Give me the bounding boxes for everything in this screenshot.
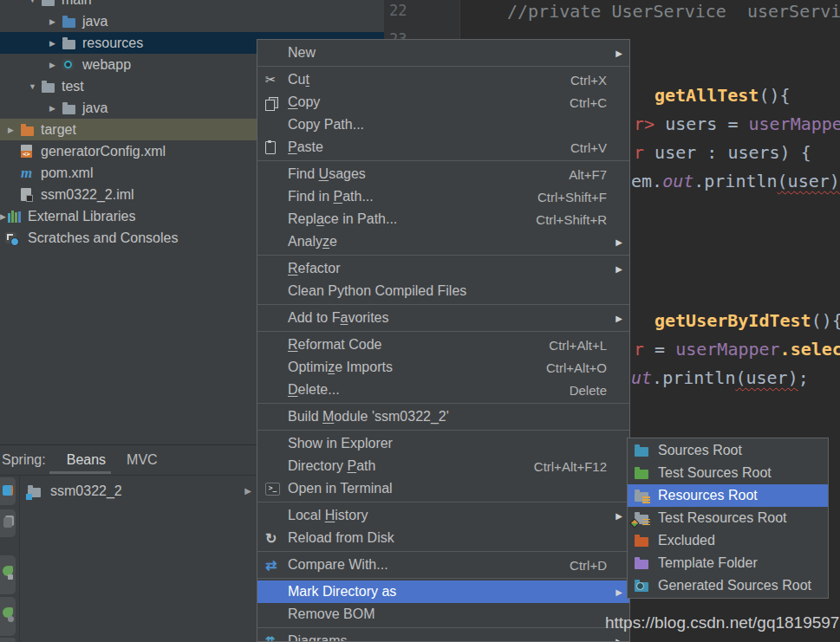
submenu-item-test-sources-root[interactable]: Test Sources Root — [628, 462, 828, 484]
submenu-arrow-icon: ▶ — [615, 237, 622, 247]
menu-separator — [257, 331, 629, 332]
folder-icon — [42, 81, 62, 93]
spring-gear-tool-button[interactable] — [0, 597, 16, 636]
menu-item-open-in-terminal[interactable]: Open in Terminal — [257, 477, 629, 500]
code-line: r> users = userMappe — [634, 113, 840, 134]
submenu-arrow-icon: ▶ — [615, 637, 622, 642]
copy-icon — [265, 97, 288, 108]
paste-icon — [265, 141, 288, 154]
chevron-right-icon[interactable]: ▶ — [244, 486, 251, 496]
test-resources-root-icon — [635, 512, 650, 524]
menu-item-directory-path[interactable]: Directory PathCtrl+Alt+F12 — [257, 455, 629, 477]
menu-item-paste[interactable]: PasteCtrl+V — [257, 136, 629, 159]
chevron-right-icon[interactable]: ▶ — [49, 61, 62, 69]
maven-icon — [21, 167, 41, 179]
menu-item-find-in-path[interactable]: Find in Path...Ctrl+Shift+F — [257, 185, 629, 208]
menu-separator — [257, 578, 629, 579]
tab-mvc[interactable]: MVC — [127, 452, 158, 468]
line-number: 22 — [389, 2, 407, 19]
submenu-item-resources-root[interactable]: Resources Root — [628, 484, 828, 507]
chevron-right-icon[interactable]: ▶ — [0, 212, 8, 221]
folder-icon — [62, 37, 82, 49]
menu-item-reload-from-disk[interactable]: Reload from Disk — [257, 527, 629, 549]
menu-separator — [257, 304, 629, 305]
menu-separator — [257, 160, 629, 161]
menu-item-add-to-favorites[interactable]: Add to Favorites▶ — [257, 307, 629, 329]
menu-item-analyze[interactable]: Analyze▶ — [257, 230, 629, 253]
code-line: getAllTest(){ — [654, 85, 791, 106]
menu-separator — [257, 430, 629, 431]
submenu-item-excluded[interactable]: Excluded — [628, 529, 828, 552]
excluded-folder-icon — [21, 124, 41, 136]
menu-item-optimize-imports[interactable]: Optimize ImportsCtrl+Alt+O — [257, 356, 629, 379]
compare-icon — [265, 557, 288, 574]
menu-separator — [257, 66, 629, 67]
menu-item-clean-python[interactable]: Clean Python Compiled Files — [257, 280, 629, 302]
terminal-icon — [265, 483, 288, 496]
chevron-right-icon[interactable]: ▶ — [8, 126, 21, 134]
menu-item-replace-in-path[interactable]: Replace in Path...Ctrl+Shift+R — [257, 208, 629, 230]
submenu-item-template-folder[interactable]: Template Folder — [628, 552, 828, 574]
csdn-watermark: https://blog.csdn.net/gq1819597376 — [605, 613, 840, 632]
xml-file-icon — [21, 145, 41, 158]
active-tab-underline — [49, 471, 111, 474]
menu-item-find-usages[interactable]: Find UsagesAlt+F7 — [257, 163, 629, 185]
context-menu: New▶ CutCtrl+X CopyCtrl+C Copy Path... P… — [257, 39, 630, 642]
excluded-icon — [635, 535, 650, 547]
code-line: getUserByIdTest(){ — [654, 310, 840, 331]
submenu-item-test-resources-root[interactable]: Test Resources Root — [628, 507, 828, 529]
menu-item-local-history[interactable]: Local History▶ — [257, 504, 629, 527]
menu-separator — [257, 502, 629, 503]
libraries-icon — [8, 211, 28, 223]
menu-item-refactor[interactable]: Refactor▶ — [257, 257, 629, 280]
diagrams-icon — [265, 634, 288, 642]
menu-item-delete[interactable]: Delete...Delete — [257, 379, 629, 401]
spring-lock-tool-button[interactable] — [0, 555, 16, 594]
menu-item-reformat-code[interactable]: Reformat CodeCtrl+Alt+L — [257, 334, 629, 356]
tab-beans[interactable]: Beans — [67, 452, 106, 468]
generated-sources-root-icon — [635, 580, 650, 592]
chevron-right-icon[interactable]: ▶ — [49, 17, 62, 26]
chevron-right-icon[interactable]: ▶ — [49, 104, 62, 113]
chevron-right-icon[interactable]: ▶ — [49, 39, 62, 48]
submenu-arrow-icon: ▶ — [615, 49, 622, 58]
menu-item-show-in-explorer[interactable]: Show in Explorer — [257, 432, 629, 455]
menu-item-remove-bom[interactable]: Remove BOM — [257, 603, 629, 626]
chevron-down-icon[interactable]: ▼ — [29, 0, 42, 4]
scratches-icon — [5, 232, 28, 243]
source-folder-icon — [62, 16, 82, 28]
menu-item-compare-with[interactable]: Compare With...Ctrl+D — [257, 554, 629, 576]
code-line: r = userMapper.selec — [634, 339, 840, 360]
module-file-icon — [21, 188, 41, 201]
menu-item-build-module[interactable]: Build Module 'ssm0322_2' — [257, 405, 629, 428]
code-line: r user : users) { — [634, 142, 811, 163]
tree-item-main[interactable]: ▼ main — [0, 0, 384, 10]
menu-separator — [257, 255, 629, 256]
mark-directory-submenu: Sources Root Test Sources Root Resources… — [627, 438, 829, 599]
chevron-down-icon[interactable]: ▼ — [29, 82, 42, 91]
code-line: ut.println(user); — [631, 367, 809, 388]
spring-beans-tool-button[interactable] — [0, 477, 16, 505]
menu-item-mark-directory-as[interactable]: Mark Directory as▶ — [257, 580, 629, 603]
menu-item-copy-path[interactable]: Copy Path... — [257, 113, 629, 136]
menu-item-copy[interactable]: CopyCtrl+C — [257, 91, 629, 113]
folder-icon — [62, 102, 82, 114]
submenu-arrow-icon: ▶ — [615, 511, 622, 521]
submenu-item-sources-root[interactable]: Sources Root — [628, 439, 828, 462]
test-sources-root-icon — [635, 467, 650, 479]
menu-separator — [257, 627, 629, 628]
tree-item-java[interactable]: ▶ java — [0, 10, 384, 32]
code-line: //private UserService userServi — [507, 1, 840, 22]
resources-root-icon — [635, 490, 650, 502]
submenu-arrow-icon: ▶ — [615, 264, 622, 274]
folder-icon — [42, 0, 62, 6]
cut-icon — [265, 72, 288, 88]
document-tool-button[interactable] — [0, 638, 16, 642]
menu-item-new[interactable]: New▶ — [257, 42, 629, 64]
submenu-item-generated-sources-root[interactable]: Generated Sources Root — [628, 574, 828, 597]
menu-separator — [257, 551, 629, 552]
menu-item-cut[interactable]: CutCtrl+X — [257, 68, 629, 91]
menu-item-diagrams[interactable]: Diagrams▶ — [257, 630, 629, 642]
submenu-arrow-icon: ▶ — [615, 314, 622, 323]
layers-tool-button[interactable] — [0, 509, 16, 537]
